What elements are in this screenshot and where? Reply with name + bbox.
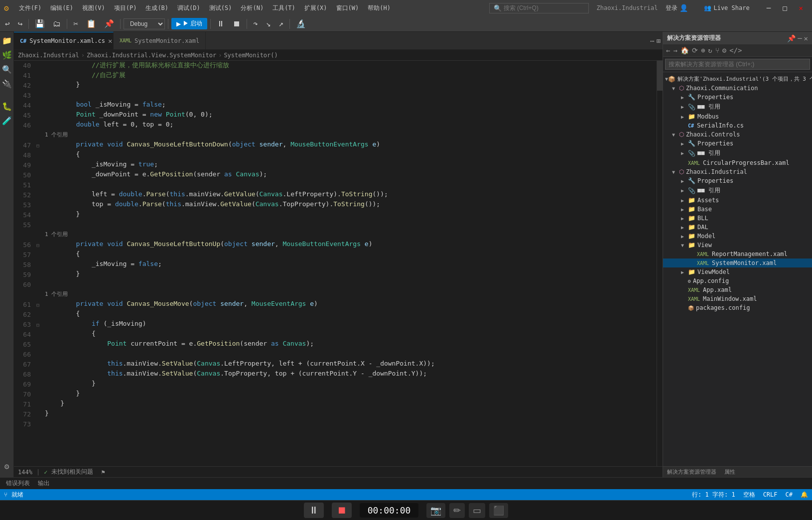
sol-filter-button[interactable]: ⊕ (700, 45, 706, 55)
tree-zhaoxi-ctrl[interactable]: ▼ ⬡ Zhaoxi.Controls (663, 130, 812, 139)
code-editor[interactable]: 40 //进行扩展，使用鼠标光标位直接中心进行缩放 41 //自己扩展 42 } (14, 61, 663, 466)
code-text-56[interactable]: private void Canvas_MouseLeftButtonUp(ob… (43, 240, 657, 250)
code-text-73[interactable] (43, 419, 657, 429)
tree-sysmon-xaml[interactable]: ▶ XAML SystemMonitor.xaml (663, 259, 812, 267)
tree-zhaoxi-comm[interactable]: ▼ ⬡ Zhaoxi.Communication (663, 84, 812, 93)
global-search-input[interactable] (504, 4, 578, 11)
tab-list-button[interactable]: ⋯ (650, 37, 654, 45)
step-into-button[interactable]: ↘ (263, 18, 274, 29)
menu-tools[interactable]: 工具(T) (269, 2, 299, 14)
menu-window[interactable]: 窗口(W) (332, 2, 363, 14)
cut-button[interactable]: ✂ (70, 18, 81, 29)
tree-view[interactable]: ▼ 📁 View (663, 241, 812, 250)
fold-56[interactable]: ⊟ (33, 240, 43, 250)
tree-ref-ctrl[interactable]: ▶ 📎 ■■ 引用 (663, 148, 812, 158)
breadcrumb-project[interactable]: Zhaoxi.Industrial (18, 52, 79, 59)
copy-button[interactable]: 📋 (83, 18, 99, 29)
start-button[interactable]: ▶ ▶ 启动 (171, 18, 207, 29)
code-text-60[interactable] (43, 280, 657, 290)
save-all-button[interactable]: 🗂 (50, 18, 64, 29)
menu-extensions[interactable]: 扩展(X) (300, 2, 331, 14)
feedback-icon[interactable]: 🔔 (801, 491, 808, 498)
sol-forward-button[interactable]: → (672, 45, 678, 55)
tree-serialinfo[interactable]: ▶ C# SerialInfo.cs (663, 121, 812, 130)
menu-build[interactable]: 生成(B) (141, 2, 172, 14)
code-text-58[interactable]: _isMoving = false; (43, 260, 657, 270)
code-text-48[interactable]: { (43, 150, 657, 160)
sol-back-button[interactable]: ← (665, 45, 671, 55)
code-text-54[interactable]: } (43, 210, 657, 220)
code-text-64[interactable]: { (43, 330, 657, 340)
tree-report-mgmt[interactable]: ▶ XAML ReportManagement.xaml (663, 250, 812, 259)
tree-properties-ind[interactable]: ▶ 🔧 Properties (663, 176, 812, 185)
solution-search-input[interactable] (665, 59, 810, 70)
tree-properties-ctrl[interactable]: ▶ 🔧 Properties (663, 139, 812, 148)
language-indicator[interactable]: C# (786, 491, 793, 498)
live-share-button[interactable]: 👥 Live Share (700, 3, 753, 12)
output-tab[interactable]: 输出 (36, 479, 52, 488)
user-login[interactable]: 登录 (666, 4, 677, 12)
fold-63[interactable]: ⊟ (33, 320, 43, 330)
tree-packages[interactable]: ▶ 📦 packages.config (663, 303, 812, 312)
diagnostics-button[interactable]: 🔬 (293, 18, 309, 29)
code-text-69[interactable]: } (43, 380, 657, 390)
code-text-55[interactable] (43, 220, 657, 230)
paste-button[interactable]: 📌 (101, 18, 117, 29)
code-text-42[interactable]: } (43, 81, 657, 91)
menu-file[interactable]: 文件(F) (15, 2, 46, 14)
save-button[interactable]: 💾 (32, 18, 48, 29)
new-vertical-tab-button[interactable]: ⊞ (657, 37, 661, 45)
menu-help[interactable]: 帮助(H) (364, 2, 395, 14)
col-indicator[interactable]: 空格 (743, 491, 755, 499)
tree-base[interactable]: ▶ 📁 Base (663, 205, 812, 214)
code-text-51[interactable] (43, 180, 657, 190)
tree-ref-comm[interactable]: ▶ 📎 ■■ 引用 (663, 102, 812, 112)
code-text-57[interactable]: { (43, 250, 657, 260)
code-text-65[interactable]: Point currentPoint = e.GetPosition(sende… (43, 340, 657, 350)
code-text-61[interactable]: private void Canvas_MouseMove(object sen… (43, 300, 657, 310)
sidebar-settings-icon[interactable]: ⚙ (2, 460, 11, 473)
menu-edit[interactable]: 编辑(E) (46, 2, 77, 14)
fold-61[interactable]: ⊟ (33, 300, 43, 310)
collapse-button[interactable]: ─ (798, 34, 802, 42)
draw-button[interactable]: ✏ (449, 503, 465, 518)
sidebar-extension-icon[interactable]: 🔌 (0, 77, 14, 91)
rect-button[interactable]: ▭ (469, 503, 485, 518)
debug-config-select[interactable]: Debug Release (124, 18, 165, 29)
more-button[interactable]: ⬛ (489, 503, 508, 518)
code-text-41[interactable]: //自己扩展 (43, 71, 657, 81)
tab-systemmonitor-cs[interactable]: C# SystemMonitor.xaml.cs ✕ (14, 32, 114, 49)
sidebar-debug-icon[interactable]: 🐛 (0, 100, 14, 113)
global-search-box[interactable]: 🔍 (489, 3, 589, 13)
ready-status[interactable]: 就绪 (11, 491, 23, 499)
sidebar-search-icon[interactable]: 🔍 (0, 63, 14, 76)
sol-settings-button[interactable]: ⚙ (721, 45, 727, 55)
tree-circular-progress[interactable]: ▶ XAML CircularProgressBar.xaml (663, 158, 812, 167)
close-button[interactable]: ✕ (794, 3, 808, 13)
zoom-level[interactable]: 144% (18, 469, 32, 476)
code-text-44[interactable]: bool _isMoving = false; (43, 101, 657, 111)
tree-mainwindow[interactable]: ▶ XAML MainWindow.xaml (663, 294, 812, 303)
code-text-53[interactable]: top = double.Parse(this.mainView.GetValu… (43, 200, 657, 210)
tab-systemmonitor-xaml[interactable]: XAML SystemMonitor.xaml (114, 32, 206, 49)
tree-dal[interactable]: ▶ 📁 DAL (663, 223, 812, 232)
tree-zhaoxi-ind[interactable]: ▼ ⬡ Zhaoxi.Industrial (663, 167, 812, 176)
pin-button[interactable]: 📌 (787, 34, 796, 42)
code-text-46[interactable]: double left = 0, top = 0; (43, 121, 657, 130)
error-list-tab[interactable]: 错误列表 (4, 479, 32, 488)
breadcrumb-method[interactable]: SystemMonitor() (224, 52, 277, 59)
sol-explorer-bottom-tab[interactable]: 解决方案资源管理器 属性 (663, 466, 812, 477)
code-text-43[interactable] (43, 91, 657, 101)
code-text-59[interactable]: } (43, 270, 657, 280)
breadcrumb-class[interactable]: Zhaoxi.Industrial.View.SystemMonitor (87, 52, 216, 59)
tab-close-cs[interactable]: ✕ (108, 37, 112, 45)
tree-model[interactable]: ▶ 📁 Model (663, 232, 812, 241)
sol-home-button[interactable]: 🏠 (679, 45, 690, 55)
tree-modbus[interactable]: ▶ 📁 Modbus (663, 112, 812, 121)
cursor-position[interactable]: 行: 1 字符: 1 (692, 491, 735, 499)
stop-debug-button[interactable]: ⏹ (230, 18, 244, 29)
menu-view[interactable]: 视图(V) (78, 2, 109, 14)
tree-assets[interactable]: ▶ 📁 Assets (663, 196, 812, 205)
code-text-72[interactable]: } (43, 409, 657, 419)
code-text-70[interactable]: } (43, 390, 657, 399)
